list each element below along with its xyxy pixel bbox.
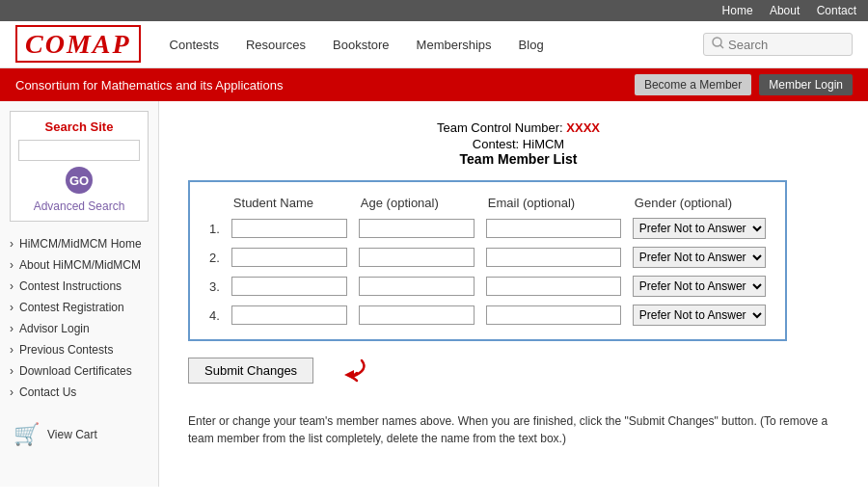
contest-value: HiMCM bbox=[523, 137, 564, 151]
top-contact-link[interactable]: Contact bbox=[817, 4, 856, 17]
top-about-link[interactable]: About bbox=[770, 4, 800, 17]
student-name-input[interactable] bbox=[231, 277, 347, 296]
student-name-input[interactable] bbox=[231, 248, 347, 267]
email-input[interactable] bbox=[486, 277, 621, 296]
cart-icon: 🛒 bbox=[14, 422, 40, 447]
search-icon bbox=[712, 37, 724, 52]
sidebar-item-about-himcm[interactable]: About HiMCM/MidMCM bbox=[10, 254, 149, 276]
site-name: Consortium for Mathematics and its Appli… bbox=[15, 78, 283, 93]
table-row: 1.Prefer Not to AnswerMaleFemaleOther bbox=[203, 214, 772, 243]
top-bar: Home About Contact bbox=[0, 0, 868, 21]
col-email: Email (optional) bbox=[480, 192, 627, 214]
sidebar-nav: HiMCM/MidMCM Home About HiMCM/MidMCM Con… bbox=[10, 233, 149, 403]
submit-area: Submit Changes bbox=[188, 358, 849, 399]
main-nav: Contests Resources Bookstore Memberships… bbox=[170, 38, 703, 52]
main-layout: Search Site GO Advanced Search HiMCM/Mid… bbox=[0, 101, 868, 487]
col-age: Age (optional) bbox=[353, 192, 480, 214]
team-control-label: Team Control Number: bbox=[437, 120, 563, 135]
gender-select[interactable]: Prefer Not to AnswerMaleFemaleOther bbox=[633, 218, 766, 239]
table-row: 2.Prefer Not to AnswerMaleFemaleOther bbox=[203, 243, 772, 272]
team-table-wrapper: Student Name Age (optional) Email (optio… bbox=[188, 180, 787, 341]
advanced-search-link[interactable]: Advanced Search bbox=[18, 199, 140, 213]
become-member-button[interactable]: Become a Member bbox=[635, 74, 751, 95]
content: Team Control Number: XXXX Contest: HiMCM… bbox=[159, 101, 868, 487]
team-header: Team Control Number: XXXX Contest: HiMCM… bbox=[188, 120, 849, 167]
sidebar: Search Site GO Advanced Search HiMCM/Mid… bbox=[0, 101, 159, 487]
nav-blog[interactable]: Blog bbox=[519, 38, 544, 52]
team-list-title: Team Member List bbox=[188, 151, 849, 167]
search-site-title: Search Site bbox=[18, 119, 140, 134]
sidebar-item-contest-registration[interactable]: Contest Registration bbox=[10, 297, 149, 318]
nav-memberships[interactable]: Memberships bbox=[417, 38, 492, 52]
banner-buttons: Become a Member Member Login bbox=[635, 74, 853, 95]
row-number: 1. bbox=[203, 214, 226, 243]
nav-resources[interactable]: Resources bbox=[246, 38, 306, 52]
gender-select[interactable]: Prefer Not to AnswerMaleFemaleOther bbox=[633, 247, 766, 268]
col-student-name: Student Name bbox=[226, 192, 353, 214]
email-input[interactable] bbox=[486, 219, 621, 238]
student-name-input[interactable] bbox=[231, 305, 347, 325]
team-table: Student Name Age (optional) Email (optio… bbox=[203, 192, 772, 330]
table-row: 4.Prefer Not to AnswerMaleFemaleOther bbox=[203, 301, 772, 330]
contest-line: Contest: HiMCM bbox=[188, 137, 849, 151]
team-control-value: XXXX bbox=[566, 120, 600, 135]
gender-select[interactable]: Prefer Not to AnswerMaleFemaleOther bbox=[633, 276, 766, 297]
search-box[interactable] bbox=[703, 33, 853, 56]
team-control-number: Team Control Number: XXXX bbox=[188, 120, 849, 135]
sidebar-item-previous-contests[interactable]: Previous Contests bbox=[10, 339, 149, 360]
top-home-link[interactable]: Home bbox=[722, 4, 753, 17]
view-cart-link[interactable]: View Cart bbox=[47, 428, 97, 441]
search-site-input[interactable] bbox=[18, 140, 140, 161]
go-button[interactable]: GO bbox=[66, 167, 93, 194]
sidebar-item-himcm-home[interactable]: HiMCM/MidMCM Home bbox=[10, 233, 149, 254]
svg-marker-2 bbox=[344, 370, 354, 380]
age-input[interactable] bbox=[359, 277, 475, 296]
email-input[interactable] bbox=[486, 248, 621, 267]
table-row: 3.Prefer Not to AnswerMaleFemaleOther bbox=[203, 272, 772, 301]
col-num bbox=[203, 192, 226, 214]
email-input[interactable] bbox=[486, 305, 621, 325]
student-name-input[interactable] bbox=[231, 219, 347, 238]
nav-contests[interactable]: Contests bbox=[170, 38, 219, 52]
red-banner: Consortium for Mathematics and its Appli… bbox=[0, 68, 868, 101]
sidebar-item-download-certificates[interactable]: Download Certificates bbox=[10, 360, 149, 382]
col-gender: Gender (optional) bbox=[627, 192, 772, 214]
search-site-box: Search Site GO Advanced Search bbox=[10, 111, 149, 222]
logo[interactable]: COMAP bbox=[15, 29, 141, 60]
row-number: 4. bbox=[203, 301, 226, 330]
sidebar-item-contest-instructions[interactable]: Contest Instructions bbox=[10, 276, 149, 297]
submit-changes-button[interactable]: Submit Changes bbox=[188, 358, 313, 384]
search-input[interactable] bbox=[728, 38, 844, 52]
contest-label: Contest: bbox=[473, 137, 519, 151]
arrow-indicator bbox=[323, 356, 371, 397]
cart-area: 🛒 View Cart bbox=[10, 422, 149, 447]
row-number: 2. bbox=[203, 243, 226, 272]
sidebar-item-contact-us[interactable]: Contact Us bbox=[10, 382, 149, 403]
svg-line-1 bbox=[720, 45, 724, 49]
header: COMAP Contests Resources Bookstore Membe… bbox=[0, 21, 868, 68]
row-number: 3. bbox=[203, 272, 226, 301]
age-input[interactable] bbox=[359, 248, 475, 267]
age-input[interactable] bbox=[359, 305, 475, 325]
age-input[interactable] bbox=[359, 219, 475, 238]
gender-select[interactable]: Prefer Not to AnswerMaleFemaleOther bbox=[633, 305, 766, 326]
member-login-button[interactable]: Member Login bbox=[759, 74, 853, 95]
logo-text: COMAP bbox=[15, 25, 141, 63]
nav-bookstore[interactable]: Bookstore bbox=[333, 38, 390, 52]
sidebar-item-advisor-login[interactable]: Advisor Login bbox=[10, 318, 149, 339]
arrow-icon bbox=[323, 356, 371, 394]
instructions: Enter or change your team's member names… bbox=[188, 412, 844, 447]
